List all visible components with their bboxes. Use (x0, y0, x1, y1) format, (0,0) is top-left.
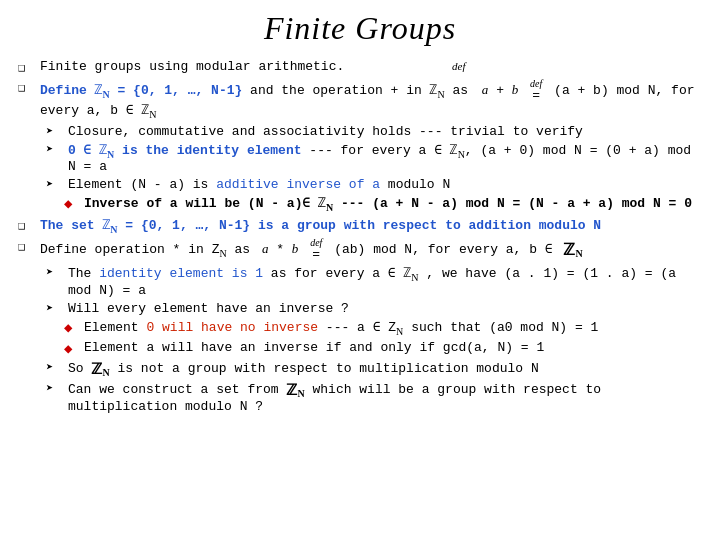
diamond-1-marker: ◆ (64, 195, 80, 212)
zn-sub-n: N (575, 248, 582, 259)
additive-inverse-text: additive inverse of a (216, 177, 380, 192)
arrow-2-3: ➤ (46, 177, 64, 192)
bullet-3-marker: ❑ (18, 218, 36, 233)
identity-1-text: identity element is 1 (99, 266, 263, 281)
zn-blackboard: ℤ (563, 241, 575, 258)
bullet-4-content: Define operation * in ZN as a * b def = … (40, 238, 702, 261)
def-equals-block-2: def = (310, 238, 322, 261)
arrow-2-2: ➤ (46, 142, 64, 157)
bullet-3: ❑ The set ℤN = {0, 1, …, N-1} is a group… (18, 217, 702, 235)
sub-diamond-1: ◆ Inverse of a will be (N - a)∈ ℤN --- (… (64, 195, 702, 213)
sub-4-2: ➤ Will every element have an inverse ? (46, 301, 702, 316)
sub-4-4-content: Can we construct a set from ℤN which wil… (68, 381, 702, 414)
bullet-3-content: The set ℤN = {0, 1, …, N-1} is a group w… (40, 217, 702, 235)
zn-set-bold: ℤN = {0, 1, …, N-1} (95, 83, 243, 98)
zero-identity-bold: 0 ∈ ℤN is the identity element (68, 143, 302, 158)
sub-2-3-content: Element (N - a) is additive inverse of a… (68, 177, 702, 192)
arrow-4-1: ➤ (46, 265, 64, 280)
sub-4-1: ➤ The identity element is 1 as for every… (46, 265, 702, 298)
bullet-4-marker: ❑ (18, 239, 36, 254)
sub-2-1-content: Closure, commutative and associativity h… (68, 124, 702, 139)
op-plus: + (488, 83, 511, 98)
bullet-1: ❑ Finite groups using modular arithmetic… (18, 59, 702, 75)
sub-2-1: ➤ Closure, commutative and associativity… (46, 124, 702, 139)
op4-result: (ab) mod N, for every a, b ∈ (334, 242, 552, 257)
bullet-2-content: Define ℤN = {0, 1, …, N-1} and the opera… (40, 79, 702, 120)
diamond-4-2-2-marker: ◆ (64, 340, 80, 357)
equals-sign: = (532, 89, 540, 102)
equals-sign-2: = (312, 248, 320, 261)
def-equals-block: def = (530, 79, 542, 102)
sub-4-1-content: The identity element is 1 as for every a… (68, 265, 702, 298)
arrow-4-3: ➤ (46, 360, 64, 375)
define-keyword: Define (40, 83, 95, 98)
set-zn-bold: The set ℤN = {0, 1, …, N-1} is a group w… (40, 218, 601, 233)
bullet-2-marker: ❑ (18, 80, 36, 95)
bullet-1-content: Finite groups using modular arithmetic. … (40, 59, 702, 74)
sub-2-2-content: 0 ∈ ℤN is the identity element --- for e… (68, 142, 702, 175)
sub-2-3: ➤ Element (N - a) is additive inverse of… (46, 177, 702, 192)
op4-b: b (292, 241, 299, 256)
op4-a: a (262, 241, 269, 256)
def-label-1: def (452, 60, 465, 72)
sub-4-4: ➤ Can we construct a set from ℤN which w… (46, 381, 702, 414)
op4-star: * (276, 242, 292, 257)
zn-sub-4-4: N (297, 388, 304, 399)
no-inverse-text: 0 will have no inverse (146, 320, 318, 335)
page-title: Finite Groups (18, 10, 702, 47)
zn-sub-4-3: N (102, 367, 109, 378)
and-op-text: and the operation + in ℤN as (250, 83, 468, 98)
bullet-4: ❑ Define operation * in ZN as a * b def … (18, 238, 702, 261)
zn-bold-4-4: ℤ (286, 382, 297, 398)
sub-diamond-4-2-1: ◆ Element 0 will have no inverse --- a ∈… (64, 319, 702, 337)
sub-diamond-4-2-2: ◆ Element a will have an inverse if and … (64, 340, 702, 357)
diamond-4-2-1-content: Element 0 will have no inverse --- a ∈ Z… (84, 319, 702, 337)
sub-4-3: ➤ So ℤN is not a group with respect to m… (46, 360, 702, 378)
sub-4-2-content: Will every element have an inverse ? (68, 301, 702, 316)
arrow-4-2: ➤ (46, 301, 64, 316)
arrow-2-1: ➤ (46, 124, 64, 139)
diamond-1-content: Inverse of a will be (N - a)∈ ℤN --- (a … (84, 195, 702, 213)
diamond-4-2-1-marker: ◆ (64, 319, 80, 336)
sub-4-3-content: So ℤN is not a group with respect to mul… (68, 360, 702, 378)
arrow-4-4: ➤ (46, 381, 64, 396)
zn-bold-4-3: ℤ (91, 361, 102, 377)
bullet-1-marker: ❑ (18, 60, 36, 75)
diamond-4-2-2-content: Element a will have an inverse if and on… (84, 340, 702, 355)
bullet-2: ❑ Define ℤN = {0, 1, …, N-1} and the ope… (18, 79, 702, 120)
op-b: b (512, 82, 519, 97)
sub-2-2: ➤ 0 ∈ ℤN is the identity element --- for… (46, 142, 702, 175)
